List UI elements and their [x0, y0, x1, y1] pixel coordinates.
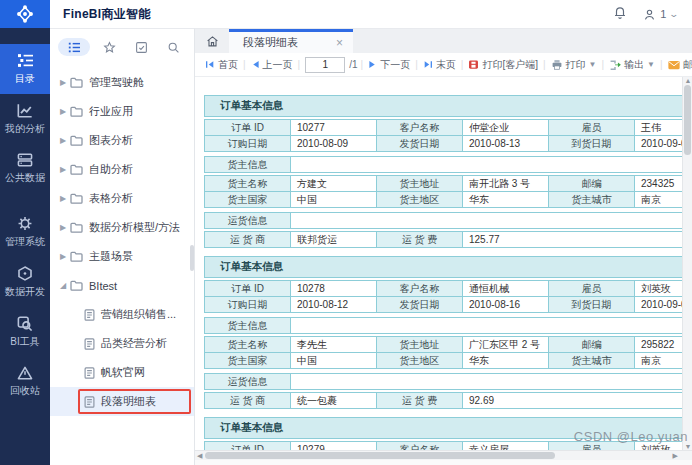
notification-bell-icon[interactable]: [613, 5, 627, 23]
tree-item-管理驾驶舱[interactable]: ▶管理驾驶舱: [50, 68, 194, 97]
tree-item-数据分析模型/方法[interactable]: ▶数据分析模型/方法: [50, 213, 194, 242]
tree-item-段落明细表[interactable]: 段落明细表: [50, 387, 194, 416]
empty-cell: [291, 213, 692, 229]
cell-value: 广汇东区甲 2 号: [463, 337, 549, 353]
tree-item-营销组织销售[interactable]: 营销组织销售...: [50, 300, 194, 329]
sidebar-item-回收站[interactable]: 回收站: [0, 357, 50, 406]
caret-expanded-icon[interactable]: ◢: [60, 281, 70, 290]
print-button[interactable]: 打印 ▼: [547, 58, 601, 72]
tree-item-label: 行业应用: [89, 104, 133, 119]
page-total: /1: [349, 59, 357, 70]
directory-tree: ▶管理驾驶舱▶行业应用▶图表分析▶自助分析▶表格分析▶数据分析模型/方法▶主题场…: [50, 66, 194, 416]
mail-button[interactable]: 邮件: [664, 58, 692, 72]
caret-collapsed-icon[interactable]: ▶: [60, 78, 70, 87]
table-row: 订单 ID10278客户名称通恒机械雇员刘英玫: [205, 281, 692, 297]
report-content: 订单基本信息订单 ID10277客户名称仲堂企业雇员王伟订购日期2010-08-…: [195, 77, 692, 450]
tree-item-行业应用[interactable]: ▶行业应用: [50, 97, 194, 126]
cell-value: 华东: [463, 353, 549, 369]
caret-collapsed-icon[interactable]: ▶: [60, 223, 70, 232]
cell-value: 统一包裹: [291, 393, 377, 409]
tree-toolbar: [50, 29, 194, 66]
sidebar-item-管理系统[interactable]: 管理系统: [0, 207, 50, 257]
document-icon: [84, 367, 95, 379]
bottom-strip: [195, 460, 692, 465]
tree-item-label: 自助分析: [89, 162, 133, 177]
report-table: 货主名称李先生货主地址广汇东区甲 2 号邮编295822货主国家中国货主地区华东…: [204, 336, 692, 369]
scroll-down-arrow-icon[interactable]: ▼: [683, 443, 692, 450]
export-button[interactable]: 输出 ▼: [605, 58, 659, 72]
first-page-button[interactable]: 首页: [201, 58, 242, 72]
sub-section-title: 货主信息: [205, 157, 291, 173]
folder-icon: [70, 193, 83, 204]
sidebar-item-目录[interactable]: 目录: [0, 44, 50, 94]
tree-item-图表分析[interactable]: ▶图表分析: [50, 126, 194, 155]
caret-collapsed-icon[interactable]: ▶: [60, 136, 70, 145]
home-icon[interactable]: [195, 29, 229, 53]
scroll-left-arrow-icon[interactable]: ◀: [197, 451, 202, 460]
sidebar-item-label: 管理系统: [5, 236, 45, 247]
sidebar-item-label: 目录: [15, 73, 35, 84]
print-client-button[interactable]: 打印[客户端]: [464, 58, 542, 72]
caret-collapsed-icon[interactable]: ▶: [60, 194, 70, 203]
scroll-up-arrow-icon[interactable]: ▲: [683, 77, 692, 84]
topbar: FineBI商业智能 1 ⌄: [0, 0, 692, 28]
tree-item-帆软官网[interactable]: 帆软官网: [50, 358, 194, 387]
last-page-button[interactable]: 末页: [419, 58, 460, 72]
list-view-icon[interactable]: [58, 38, 90, 56]
cell-value: 方建文: [291, 176, 377, 192]
cell-label: 货主地址: [377, 176, 463, 192]
vertical-scroll-thumb[interactable]: [684, 85, 691, 155]
user-menu[interactable]: 1 ⌄: [643, 8, 678, 21]
search-icon[interactable]: [160, 38, 186, 56]
cell-label: 邮编: [549, 337, 635, 353]
horizontal-scrollbar[interactable]: ◀ ▶: [195, 450, 692, 460]
tree-item-label: 品类经营分析: [101, 336, 167, 351]
finebi-app-window: FineBI商业智能 1 ⌄ 目录我的分析公共数据管理系统数据开发BI工具回收站: [0, 0, 692, 465]
cell-label: 到货日期: [549, 136, 635, 152]
sidebar-item-label: 公共数据: [5, 172, 45, 183]
cell-value: 2010-08-16: [463, 297, 549, 313]
tree-item-label: 营销组织销售...: [101, 307, 176, 322]
finebi-logo[interactable]: [0, 0, 50, 28]
sidebar-item-BI工具[interactable]: BI工具: [0, 307, 50, 357]
cell-value: 通恒机械: [463, 281, 549, 297]
caret-collapsed-icon[interactable]: ▶: [60, 165, 70, 174]
sidebar-item-数据开发[interactable]: 数据开发: [0, 257, 50, 307]
table-row: 订单 ID10277客户名称仲堂企业雇员王伟: [205, 120, 692, 136]
next-page-button[interactable]: 下一页: [364, 58, 414, 72]
table-row: 货主国家中国货主地区华东货主城市南京: [205, 353, 692, 369]
close-icon[interactable]: ×: [334, 36, 345, 50]
tree-item-自助分析[interactable]: ▶自助分析: [50, 155, 194, 184]
tree-item-BItest[interactable]: ◢BItest: [50, 271, 194, 300]
scroll-right-arrow-icon[interactable]: ▶: [673, 451, 678, 460]
primary-sidebar: 目录我的分析公共数据管理系统数据开发BI工具回收站: [0, 28, 50, 465]
table-row: 订购日期2010-08-09发货日期2010-08-13到货日期2010-09-…: [205, 136, 692, 152]
tree-item-品类经营分析[interactable]: 品类经营分析: [50, 329, 194, 358]
panel-resize-handle[interactable]: [190, 245, 194, 271]
cell-label: 客户名称: [377, 120, 463, 136]
sidebar-item-我的分析[interactable]: 我的分析: [0, 94, 50, 144]
page-number-input[interactable]: [305, 57, 345, 73]
cell-label: 发货日期: [377, 297, 463, 313]
caret-collapsed-icon[interactable]: ▶: [60, 107, 70, 116]
horizontal-scroll-thumb[interactable]: [205, 452, 555, 459]
sidebar-item-公共数据[interactable]: 公共数据: [0, 144, 50, 193]
tab-paragraph-report[interactable]: 段落明细表 ×: [229, 29, 353, 53]
vertical-scrollbar[interactable]: ▲ ▼: [682, 77, 692, 450]
tree-item-表格分析[interactable]: ▶表格分析: [50, 184, 194, 213]
prev-page-button[interactable]: 上一页: [247, 58, 297, 72]
table-row: 运 货 商联邦货运运 货 费125.77: [205, 232, 692, 248]
cell-label: 运 货 费: [377, 232, 463, 248]
cell-value: 联邦货运: [291, 232, 377, 248]
tree-item-主题场景[interactable]: ▶主题场景: [50, 242, 194, 271]
cell-value: 南开北路 3 号: [463, 176, 549, 192]
form-edit-icon[interactable]: [128, 38, 154, 56]
caret-collapsed-icon[interactable]: ▶: [60, 252, 70, 261]
cell-label: 货主名称: [205, 176, 291, 192]
cell-label: 订购日期: [205, 136, 291, 152]
report-table: 订单 ID10278客户名称通恒机械雇员刘英玫订购日期2010-08-12发货日…: [204, 280, 692, 313]
document-icon: [84, 338, 95, 350]
favorites-star-icon[interactable]: [96, 38, 122, 56]
tree-item-label: 管理驾驶舱: [89, 75, 144, 90]
folder-icon: [70, 280, 83, 291]
